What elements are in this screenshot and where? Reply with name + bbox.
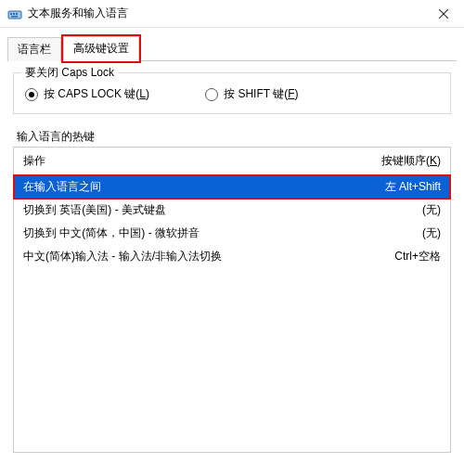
svg-rect-2: [13, 13, 15, 15]
close-button[interactable]: [422, 0, 464, 28]
radio-shift-key[interactable]: 按 SHIFT 键(F): [205, 86, 298, 102]
tab-label: 语言栏: [18, 43, 51, 56]
radio-icon: [205, 88, 218, 101]
hotkeys-legend: 输入语言的热键: [13, 129, 451, 145]
hotkey-action: 中文(简体)输入法 - 输入法/非输入法切换: [23, 249, 394, 264]
app-icon: [7, 6, 22, 21]
close-icon: [439, 9, 448, 19]
radio-icon: [25, 88, 38, 101]
hotkey-keys: (无): [422, 202, 441, 218]
hotkey-action: 切换到 中文(简体，中国) - 微软拼音: [23, 225, 422, 241]
capslock-group: 要关闭 Caps Lock 按 CAPS LOCK 键(L) 按 SHIFT 键…: [13, 72, 451, 114]
hotkey-keys: Ctrl+空格: [394, 249, 441, 264]
tab-label: 高级键设置: [73, 42, 129, 55]
hotkeys-list: 操作 按键顺序(K) 在输入语言之间 左 Alt+Shift 切换到 英语(美国…: [13, 147, 451, 453]
header-action: 操作: [23, 153, 45, 169]
radio-label: 按 SHIFT 键(F): [224, 86, 298, 102]
radio-label: 按 CAPS LOCK 键(L): [44, 86, 149, 102]
hotkey-row-switch-input-language[interactable]: 在输入语言之间 左 Alt+Shift: [14, 175, 450, 199]
hotkey-row-ime-toggle[interactable]: 中文(简体)输入法 - 输入法/非输入法切换 Ctrl+空格: [14, 245, 450, 268]
radio-capslock-key[interactable]: 按 CAPS LOCK 键(L): [25, 86, 149, 102]
hotkey-keys: 左 Alt+Shift: [385, 179, 441, 195]
svg-rect-1: [10, 13, 12, 15]
hotkey-row-switch-chinese-pinyin[interactable]: 切换到 中文(简体，中国) - 微软拼音 (无): [14, 222, 450, 245]
hotkey-row-switch-english-us[interactable]: 切换到 英语(美国) - 美式键盘 (无): [14, 199, 450, 222]
tab-language-bar[interactable]: 语言栏: [7, 37, 61, 61]
hotkeys-group: 输入语言的热键 操作 按键顺序(K) 在输入语言之间 左 Alt+Shift 切…: [13, 129, 451, 453]
svg-rect-4: [11, 16, 18, 18]
hotkey-keys: (无): [422, 225, 441, 241]
hotkey-action: 切换到 英语(美国) - 美式键盘: [23, 202, 422, 218]
hotkeys-header: 操作 按键顺序(K): [14, 148, 450, 175]
capslock-legend: 要关闭 Caps Lock: [21, 65, 118, 81]
tab-advanced-key-settings[interactable]: 高级键设置: [63, 36, 139, 61]
titlebar: 文本服务和输入语言: [0, 0, 464, 28]
header-keys: 按键顺序(K): [381, 153, 441, 169]
hotkey-action: 在输入语言之间: [23, 179, 385, 195]
svg-rect-3: [16, 13, 18, 15]
window-title: 文本服务和输入语言: [28, 6, 422, 21]
tab-strip: 语言栏 高级键设置: [0, 28, 464, 61]
